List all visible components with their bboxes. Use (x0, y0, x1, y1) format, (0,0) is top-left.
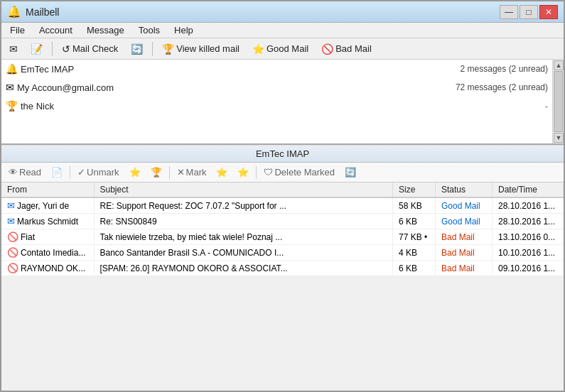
title-bar-left: 🔔 Mailbell (7, 5, 59, 18)
x-icon: ✕ (177, 167, 185, 178)
header-from[interactable]: From (1, 183, 94, 197)
email-type-icon: ✉ (7, 216, 15, 227)
mark-button[interactable]: ✕ Mark (173, 165, 211, 180)
cell-status: Bad Mail (436, 229, 493, 245)
email-type-icon: 🚫 (7, 263, 18, 273)
toolbar-sep-1 (52, 42, 53, 56)
title-bar-controls: — □ ✕ (500, 5, 558, 19)
cell-date: 13.10.2016 0... (493, 229, 564, 245)
table-row[interactable]: ✉Markus Schmidt Re: SNS00849 6 KB Good M… (1, 214, 564, 229)
cell-subject: Re: SNS00849 (94, 214, 393, 229)
star4-button[interactable]: ⭐ (233, 165, 253, 180)
scroll-thumb[interactable] (554, 71, 563, 132)
account-list-inner[interactable]: 🔔 EmTec IMAP 2 messages (2 unread) ✉ My … (1, 60, 552, 143)
email-type-icon: 🚫 (7, 247, 18, 258)
cell-subject: Tak niewiele trzeba, by mieć tak wiele! … (94, 229, 393, 245)
scroll-down[interactable]: ▼ (554, 133, 564, 143)
cell-subject: [SPAM: 26.0] RAYMOND OKORO & ASSOCIAT... (94, 261, 393, 276)
menu-bar: File Account Message Tools Help (1, 23, 564, 38)
compose-button[interactable]: 📝 (26, 41, 48, 57)
cell-from: ✉Markus Schmidt (1, 214, 94, 229)
star3-button[interactable]: ⭐ (212, 165, 232, 180)
scroll-up[interactable]: ▲ (554, 60, 564, 70)
unmark-button[interactable]: ✓ Unmark (73, 165, 124, 180)
cell-from: 🚫Fiat (1, 229, 94, 245)
bad-mail-button[interactable]: 🚫 Bad Mail (316, 41, 377, 57)
cell-subject: Banco Santander Brasil S.A - COMUNICADO … (94, 245, 393, 261)
menu-message[interactable]: Message (81, 23, 130, 37)
cell-from: 🚫RAYMOND OK... (1, 261, 94, 276)
refresh2-icon: 🔄 (345, 167, 356, 178)
emtec-name: EmTec IMAP (21, 64, 74, 75)
gmail-icon: ✉ (6, 82, 14, 93)
nick-icon: 🏆 (6, 100, 18, 111)
table-row[interactable]: ✉Jager, Yuri de RE: Support Request: ZOC… (1, 197, 564, 214)
envelope-button[interactable]: ✉ (4, 41, 23, 57)
account-row-gmail[interactable]: ✉ My Accoun@gmail.com 72 messages (2 unr… (1, 78, 552, 97)
table-row[interactable]: 🚫Contato Imedia... Banco Santander Brasi… (1, 245, 564, 261)
check-icon: ✓ (77, 167, 85, 178)
app-icon: 🔔 (7, 5, 21, 18)
nick-info: - (545, 101, 548, 111)
cell-date: 10.10.2016 1... (493, 245, 564, 261)
good-mail-icon: ⭐ (252, 43, 264, 55)
title-bar: 🔔 Mailbell — □ ✕ (1, 1, 564, 23)
cell-date: 09.10.2016 1... (493, 261, 564, 276)
maximize-button[interactable]: □ (520, 5, 538, 19)
bad-mail-icon: 🚫 (321, 43, 333, 55)
section-header: EmTec IMAP (1, 145, 564, 163)
compose-icon: 📝 (31, 43, 43, 55)
menu-account[interactable]: Account (33, 23, 78, 37)
star4-icon: ⭐ (237, 167, 249, 178)
doc-button[interactable]: 📄 (47, 165, 67, 180)
app-title: Mailbell (26, 6, 59, 18)
table-row[interactable]: 🚫RAYMOND OK... [SPAM: 26.0] RAYMOND OKOR… (1, 261, 564, 276)
menu-help[interactable]: Help (168, 23, 199, 37)
mail-check-label: Mail Check (72, 43, 118, 54)
cell-date: 28.10.2016 1... (493, 197, 564, 214)
refresh2-button[interactable]: 🔄 (340, 165, 360, 180)
email-table-wrapper[interactable]: From Subject Size Status Date/Time ✉Jage… (1, 183, 564, 392)
emtec-info: 2 messages (2 unread) (461, 64, 548, 74)
cell-subject: RE: Support Request: ZOC 7.07.2 "Support… (94, 197, 393, 214)
header-subject[interactable]: Subject (94, 183, 393, 197)
view-killed-label: View killed mail (176, 43, 240, 54)
good-mail-label: Good Mail (267, 43, 308, 54)
mail-check-button[interactable]: ↺ Mail Check (57, 41, 123, 57)
refresh-icon: 🔄 (131, 43, 143, 55)
gmail-info: 72 messages (2 unread) (456, 82, 548, 92)
cell-size: 6 KB (393, 261, 436, 276)
star1-button[interactable]: ⭐ (125, 165, 145, 180)
delete-marked-button[interactable]: 🛡 Delete Marked (259, 165, 339, 180)
account-scrollbar: ▲ ▼ (552, 60, 564, 143)
account-row-emtec[interactable]: 🔔 EmTec IMAP 2 messages (2 unread) (1, 60, 552, 78)
view-killed-icon: 🏆 (162, 43, 174, 55)
good-mail-button[interactable]: ⭐ Good Mail (247, 41, 313, 57)
account-row-nick[interactable]: 🏆 the Nick - (1, 97, 552, 115)
emtec-icon: 🔔 (6, 63, 18, 75)
read-icon: 👁 (9, 167, 18, 178)
menu-file[interactable]: File (4, 23, 31, 37)
star2-icon: 🏆 (151, 167, 162, 178)
nick-name: the Nick (21, 101, 54, 111)
read-label: Read (19, 167, 41, 178)
table-header-row: From Subject Size Status Date/Time (1, 183, 564, 197)
gmail-name: My Accoun@gmail.com (17, 82, 114, 93)
star2-button[interactable]: 🏆 (146, 165, 166, 180)
cell-size: 77 KB • (393, 229, 436, 245)
header-status[interactable]: Status (436, 183, 493, 197)
read-button[interactable]: 👁 Read (4, 165, 45, 180)
close-button[interactable]: ✕ (539, 5, 558, 19)
refresh-button[interactable]: 🔄 (126, 41, 148, 57)
view-killed-button[interactable]: 🏆 View killed mail (157, 41, 244, 57)
mark-label: Mark (186, 167, 207, 178)
star1-icon: ⭐ (129, 167, 141, 178)
bad-mail-label: Bad Mail (335, 43, 372, 54)
main-toolbar: ✉ 📝 ↺ Mail Check 🔄 🏆 View killed mail ⭐ … (1, 38, 564, 60)
minimize-button[interactable]: — (500, 5, 518, 19)
table-row[interactable]: 🚫Fiat Tak niewiele trzeba, by mieć tak w… (1, 229, 564, 245)
header-size[interactable]: Size (393, 183, 436, 197)
menu-tools[interactable]: Tools (133, 23, 166, 37)
cell-status: Bad Mail (436, 261, 493, 276)
header-date[interactable]: Date/Time (493, 183, 564, 197)
